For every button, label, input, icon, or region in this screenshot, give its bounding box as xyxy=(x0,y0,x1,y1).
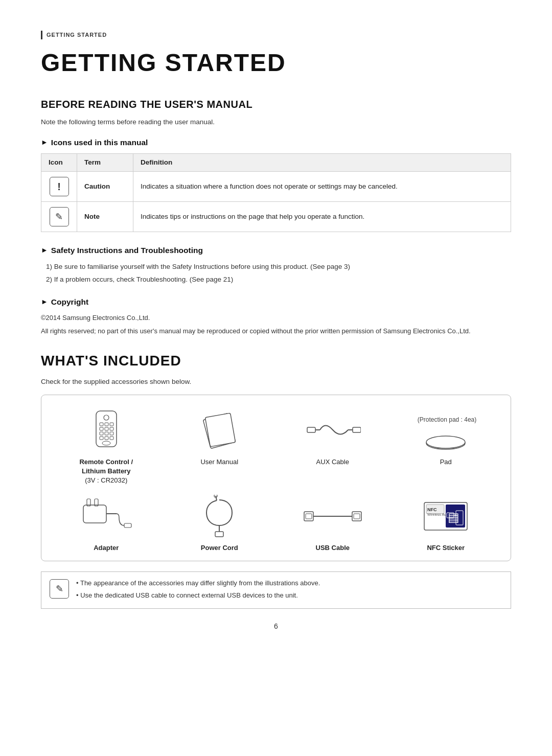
svg-rect-4 xyxy=(110,423,113,426)
caution-term: Caution xyxy=(77,172,133,202)
adapter-label: Adapter xyxy=(94,543,119,553)
svg-rect-12 xyxy=(105,437,108,440)
svg-text:NFC: NFC xyxy=(427,507,437,512)
before-reading-heading: BEFORE READING THE USER'S MANUAL xyxy=(41,97,511,112)
arrow-icon: ► xyxy=(41,245,48,256)
accessory-user-manual: User Manual xyxy=(165,407,274,486)
note-icon: ✎ xyxy=(50,207,69,226)
svg-rect-33 xyxy=(306,514,312,519)
pad-label: Pad xyxy=(440,457,452,467)
accessory-adapter: Adapter xyxy=(52,493,161,553)
accessory-nfc-sticker: NFC Wireless Audio ▤ NFC Sticker xyxy=(392,493,501,553)
list-item: Use the dedicated USB cable to connect e… xyxy=(76,590,320,601)
svg-point-1 xyxy=(104,415,109,420)
remote-control-label: Remote Control / Lithium Battery (3V : C… xyxy=(79,457,133,486)
note-icon: ✎ xyxy=(50,579,69,599)
whats-included-heading: WHAT'S INCLUDED xyxy=(41,350,511,372)
caution-definition: Indicates a situation where a function d… xyxy=(133,172,511,202)
caution-icon-cell: ! xyxy=(41,172,77,202)
aux-cable-img xyxy=(302,407,363,453)
svg-rect-16 xyxy=(205,413,236,447)
svg-rect-23 xyxy=(83,505,106,523)
note-icon-cell: ✎ xyxy=(41,202,77,232)
col-term-header: Term xyxy=(77,154,133,172)
power-cord-img xyxy=(189,493,250,539)
svg-rect-11 xyxy=(100,437,103,440)
note-definition: Indicates tips or instructions on the pa… xyxy=(133,202,511,232)
page-title: GETTING STARTED xyxy=(41,44,511,81)
icons-section-heading: ► Icons used in this manual xyxy=(41,136,511,148)
icons-table: Icon Term Definition ! Caution Indicates… xyxy=(41,153,511,232)
list-item: 2) If a problem occurs, check Troublesho… xyxy=(46,274,511,285)
col-icon-header: Icon xyxy=(41,154,77,172)
copyright-line-1: ©2014 Samsung Electronics Co.,Ltd. xyxy=(41,313,511,323)
safety-list: 1) Be sure to familiarise yourself with … xyxy=(41,262,511,285)
accessories-grid: Remote Control / Lithium Battery (3V : C… xyxy=(52,407,500,553)
included-intro: Check for the supplied accessories shown… xyxy=(41,377,511,387)
page-number: 6 xyxy=(41,621,511,632)
accessory-power-cord: Power Cord xyxy=(165,493,274,553)
table-row: ✎ Note Indicates tips or instructions on… xyxy=(41,202,511,232)
note-box: ✎ The appearance of the accessories may … xyxy=(41,571,511,609)
copyright-line-2: All rights reserved; no part of this use… xyxy=(41,326,511,336)
arrow-icon: ► xyxy=(41,137,48,148)
svg-rect-10 xyxy=(110,432,113,435)
accessory-pad: (Protection pad : 4ea) Pad xyxy=(392,407,501,486)
svg-point-14 xyxy=(102,441,110,445)
svg-rect-8 xyxy=(100,432,103,435)
accessory-aux-cable: AUX Cable xyxy=(278,407,387,486)
remote-control-img xyxy=(76,407,137,453)
svg-line-30 xyxy=(216,496,217,500)
user-manual-img xyxy=(189,407,250,453)
safety-section-heading: ► Safety Instructions and Troubleshootin… xyxy=(41,244,511,256)
usb-cable-label: USB Cable xyxy=(316,543,350,553)
table-row: ! Caution Indicates a situation where a … xyxy=(41,172,511,202)
list-item: The appearance of the accessories may di… xyxy=(76,578,320,588)
note-term: Note xyxy=(77,202,133,232)
power-cord-label: Power Cord xyxy=(201,543,238,553)
svg-rect-5 xyxy=(100,427,103,430)
col-def-header: Definition xyxy=(133,154,511,172)
svg-rect-29 xyxy=(215,532,223,537)
svg-rect-3 xyxy=(105,423,108,426)
svg-rect-27 xyxy=(124,523,131,528)
user-manual-label: User Manual xyxy=(200,457,238,467)
svg-rect-13 xyxy=(110,437,113,440)
usb-cable-img xyxy=(302,493,363,539)
svg-rect-36 xyxy=(354,514,360,519)
list-item: 1) Be sure to familiarise yourself with … xyxy=(46,262,511,272)
svg-rect-9 xyxy=(105,432,108,435)
svg-rect-2 xyxy=(100,423,103,426)
pad-img: (Protection pad : 4ea) xyxy=(415,407,476,453)
accessory-usb-cable: USB Cable xyxy=(278,493,387,553)
nfc-sticker-img: NFC Wireless Audio ▤ xyxy=(415,493,476,539)
note-icon-wrap: ✎ xyxy=(50,579,69,599)
accessories-box: Remote Control / Lithium Battery (3V : C… xyxy=(41,395,511,562)
caution-icon: ! xyxy=(50,177,69,196)
adapter-img xyxy=(76,493,137,539)
arrow-icon: ► xyxy=(41,296,48,307)
nfc-sticker-label: NFC Sticker xyxy=(427,543,465,553)
protection-note: (Protection pad : 4ea) xyxy=(415,415,476,424)
svg-rect-17 xyxy=(307,427,315,432)
accessory-remote-control: Remote Control / Lithium Battery (3V : C… xyxy=(52,407,161,486)
svg-point-22 xyxy=(426,436,465,448)
copyright-section-heading: ► Copyright xyxy=(41,296,511,308)
before-reading-intro: Note the following terms before reading … xyxy=(41,117,511,127)
section-label: GETTING STARTED xyxy=(41,31,511,39)
svg-rect-6 xyxy=(105,427,108,430)
svg-rect-20 xyxy=(353,427,361,432)
aux-cable-label: AUX Cable xyxy=(316,457,349,467)
note-bullets: The appearance of the accessories may di… xyxy=(76,578,320,602)
svg-rect-7 xyxy=(110,427,113,430)
